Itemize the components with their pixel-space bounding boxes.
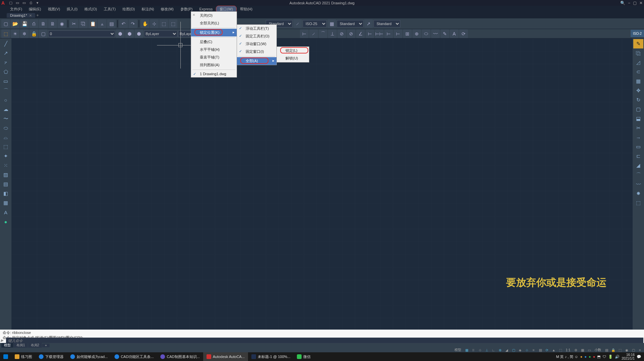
tolerance-icon[interactable]: ⊞ xyxy=(403,29,412,38)
menu-dock-window[interactable]: ✓固定窗口(I) xyxy=(237,48,276,55)
qat-save-icon[interactable]: ▭ xyxy=(21,1,27,5)
tab-model[interactable]: 模型 xyxy=(1,343,13,348)
sb-scale[interactable]: 1:1 xyxy=(564,348,572,352)
menu-window-1[interactable]: ✓1 Drawing1.dwg xyxy=(191,71,237,77)
menu-help[interactable]: 帮助(H) xyxy=(237,6,256,12)
tray-battery-icon[interactable]: 🔋 xyxy=(608,355,613,359)
sb-iso-icon[interactable]: ◢ xyxy=(504,348,509,352)
qat-open-icon[interactable]: ▭ xyxy=(14,1,20,5)
iso-indicator[interactable]: ISO-2 xyxy=(631,30,644,37)
revcloud-icon[interactable]: ☁ xyxy=(1,105,11,114)
sb-trans-icon[interactable]: ▤ xyxy=(538,348,543,352)
3d-button[interactable]: ◉ xyxy=(58,19,66,28)
menu-draw[interactable]: 绘图(D) xyxy=(119,6,138,12)
table-icon[interactable]: ▦ xyxy=(1,198,11,208)
menu-file[interactable]: 文件(F) xyxy=(7,6,25,12)
jog-icon[interactable]: 〰 xyxy=(431,29,440,38)
pline-icon[interactable]: ⦢ xyxy=(1,58,11,67)
preview-button[interactable]: 🗎 xyxy=(39,19,48,28)
mtext-icon[interactable]: A xyxy=(1,208,11,217)
layer-select[interactable]: 0 xyxy=(48,30,115,37)
sb-otrack-icon[interactable]: ⊹ xyxy=(524,348,530,352)
point-icon[interactable]: ⁙ xyxy=(1,161,11,170)
join-icon[interactable]: ⊏ xyxy=(633,151,643,161)
minimize-icon[interactable]: − xyxy=(628,1,630,5)
make-block-icon[interactable]: ✦ xyxy=(1,151,11,161)
dim-dia-icon[interactable]: ⊘ xyxy=(347,29,355,38)
taskbar-item[interactable]: 下载管理器 xyxy=(35,352,67,361)
tray-icon[interactable]: ● xyxy=(580,355,582,359)
sb-lock-icon[interactable]: 🔒 xyxy=(611,348,616,352)
tray-sound-icon[interactable]: 🔊 xyxy=(615,355,620,359)
menu-view[interactable]: 视图(V) xyxy=(45,6,64,12)
menu-dock-toolbar[interactable]: ✓固定工具栏(O) xyxy=(237,32,276,40)
sb-cycle-icon[interactable]: ⟳ xyxy=(544,348,550,352)
new-button[interactable]: ▢ xyxy=(1,19,10,28)
close-icon[interactable]: ✕ xyxy=(639,1,643,5)
sb-anno-icon[interactable]: ▲ xyxy=(551,348,556,352)
block-button[interactable]: ▤ xyxy=(107,19,116,28)
tab-close-icon[interactable]: ✕ xyxy=(29,14,32,17)
tray-icon[interactable]: 🛡 xyxy=(602,355,606,359)
tablestyle-select[interactable]: Standard xyxy=(337,20,364,27)
sb-clean-icon[interactable]: ▢ xyxy=(631,348,636,352)
search-icon[interactable]: 🔍 xyxy=(620,1,625,5)
copy-obj-icon[interactable]: ⿻ xyxy=(633,48,643,58)
start-button[interactable] xyxy=(0,352,11,361)
xline-icon[interactable]: ↗ xyxy=(1,48,11,58)
menu-close-all[interactable]: 全部关闭(L) xyxy=(191,19,237,27)
textA-icon[interactable]: A xyxy=(450,29,459,38)
dimstyle-select[interactable]: ISO-25 xyxy=(303,20,327,27)
zoom-win-button[interactable]: ⬚ xyxy=(159,19,168,28)
move-icon[interactable]: ✥ xyxy=(633,86,643,95)
menu-format[interactable]: 格式(O) xyxy=(81,6,100,12)
taskbar-item[interactable]: 未标题-1 @ 100%... xyxy=(248,352,294,361)
array-icon[interactable]: ▦ xyxy=(633,77,643,86)
ellipse-icon[interactable]: ⬭ xyxy=(1,123,11,133)
command-input[interactable]: 键入命令 xyxy=(6,338,643,343)
layer-walk-icon[interactable]: ⬢ xyxy=(135,29,143,38)
line-icon[interactable]: ╱ xyxy=(1,39,11,48)
sb-qp-icon[interactable]: ▤ xyxy=(604,348,609,352)
taskbar-item[interactable]: 微信 xyxy=(294,352,314,361)
save-button[interactable]: 💾 xyxy=(20,19,29,28)
sb-infer-icon[interactable]: ⊹ xyxy=(477,348,483,352)
menu-insert[interactable]: 插入(I) xyxy=(63,6,81,12)
layer-prev-icon[interactable]: ⬢ xyxy=(125,29,134,38)
qat-dropdown-icon[interactable]: ▾ xyxy=(34,1,41,5)
sb-lwt-icon[interactable]: ≡ xyxy=(531,348,536,352)
sb-grid-icon[interactable]: ▦ xyxy=(464,348,469,352)
tab-layout-add[interactable]: + xyxy=(42,344,50,347)
tab-layout1[interactable]: 布局1 xyxy=(14,343,28,348)
sb-custom-icon[interactable]: ≡ xyxy=(637,348,643,352)
layer-states-icon[interactable]: ☀ xyxy=(11,29,19,38)
dim-space-icon[interactable]: ⊢ xyxy=(384,29,393,38)
erase-icon[interactable]: ✎ xyxy=(633,39,643,48)
menu-arrange-icons[interactable]: 排列图标(A) xyxy=(191,61,237,69)
menu-lock-location[interactable]: 锁定位置(K)▸ xyxy=(191,29,237,36)
circle-icon[interactable]: ○ xyxy=(1,95,11,105)
taskbar-item[interactable]: CAD制图基本知识... xyxy=(157,352,203,361)
menu-close[interactable]: ✕关闭(O) xyxy=(191,12,237,19)
menu-modify[interactable]: 修改(M) xyxy=(157,6,177,12)
rotate-icon[interactable]: ↻ xyxy=(633,95,643,105)
menu-tile-h[interactable]: 水平平铺(H) xyxy=(191,46,237,53)
menu-lock[interactable]: 锁定(L) xyxy=(277,47,309,54)
addsel-icon[interactable]: ● xyxy=(1,217,11,226)
notification-icon[interactable]: 💬 xyxy=(637,355,641,359)
sb-iso2-icon[interactable]: ⬚ xyxy=(617,348,623,352)
tray-icon[interactable]: ● xyxy=(584,355,587,359)
redo-button[interactable]: ↷ xyxy=(129,19,137,28)
mleader-icon[interactable]: ↗ xyxy=(364,19,373,28)
tab-layout2[interactable]: 布局2 xyxy=(28,343,42,348)
layer-lock-icon[interactable]: 🔒 xyxy=(29,29,38,38)
menu-cascade[interactable]: 层叠(C) xyxy=(191,38,237,46)
hatch-icon[interactable]: ▨ xyxy=(1,170,11,179)
menu-tools[interactable]: 工具(T) xyxy=(100,6,119,12)
drawing-area[interactable]: 要放弃你或是接受命运 xyxy=(11,38,633,330)
sb-amon-icon[interactable]: ▦ xyxy=(580,348,585,352)
undo-button[interactable]: ↶ xyxy=(119,19,128,28)
sb-model[interactable]: 模型 xyxy=(453,348,463,352)
region-icon[interactable]: ◧ xyxy=(1,189,11,198)
sb-hw-icon[interactable]: ◉ xyxy=(624,348,629,352)
